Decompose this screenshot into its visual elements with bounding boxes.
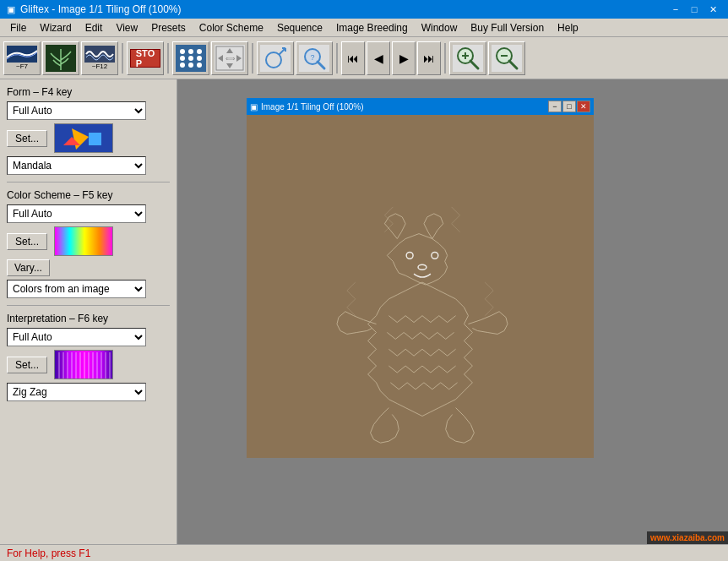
menu-sequence[interactable]: Sequence	[270, 19, 329, 36]
form-section-label: Form – F4 key	[7, 86, 170, 98]
stop-button[interactable]: STOP	[127, 41, 164, 75]
menu-presets[interactable]: Presets	[144, 19, 193, 36]
separator-4	[336, 43, 338, 74]
interpretation-dropdown[interactable]: Full Auto Manual Random	[7, 328, 146, 346]
svg-rect-42	[55, 227, 113, 256]
next-button[interactable]: ▶	[392, 41, 416, 75]
menu-color-scheme[interactable]: Color Scheme	[193, 19, 270, 36]
app-title: Gliftex - Image 1/1 Tiling Off (100%)	[20, 3, 182, 15]
inner-window-title: Image 1/1 Tiling Off (100%)	[261, 102, 364, 112]
color-scheme-dropdown-row: Full Auto Manual Random	[7, 204, 170, 223]
inner-maximize-button[interactable]: □	[562, 101, 576, 112]
form-preview	[54, 123, 113, 153]
svg-point-5	[188, 49, 193, 54]
menu-view[interactable]: View	[109, 19, 144, 36]
status-text: For Help, press F1	[7, 547, 90, 559]
form-btn-row: Set...	[7, 123, 170, 153]
divider-1	[7, 182, 170, 182]
main-layout: Form – F4 key Full Auto Manual Random Se…	[0, 79, 728, 544]
separator-3	[252, 43, 253, 74]
wave-button[interactable]: ~F7	[3, 41, 41, 75]
svg-point-10	[180, 63, 185, 68]
interpretation-btn-row: Set...	[7, 350, 170, 379]
form-set-button[interactable]: Set...	[7, 130, 47, 147]
color-scheme-section-label: Color Scheme – F5 key	[7, 189, 170, 201]
mandala-dropdown[interactable]: Mandala None	[7, 156, 146, 175]
svg-point-4	[180, 49, 185, 54]
form-dropdown[interactable]: Full Auto Manual Random	[7, 101, 146, 120]
menu-file[interactable]: File	[3, 19, 33, 36]
inner-window: ▣ Image 1/1 Tiling Off (100%) − □ ✕	[245, 96, 595, 460]
left-panel: Form – F4 key Full Auto Manual Random Se…	[0, 79, 177, 544]
svg-point-9	[197, 56, 202, 61]
minimize-button[interactable]: −	[667, 3, 684, 16]
watermark: www.xiazaiba.com	[647, 531, 728, 544]
vary-button[interactable]: Vary...	[7, 259, 50, 276]
inner-window-icon: ▣	[250, 102, 258, 112]
svg-text:⟺: ⟺	[225, 55, 236, 63]
inner-minimize-button[interactable]: −	[548, 101, 562, 112]
right-area: ▣ Image 1/1 Tiling Off (100%) − □ ✕	[177, 79, 728, 544]
svg-point-11	[188, 63, 193, 68]
color-scheme-btn-row: Set...	[7, 226, 170, 256]
color-scheme-preview	[54, 226, 113, 256]
maximize-button[interactable]: □	[686, 3, 703, 16]
zigzag-dropdown-row: Zig Zag None Wave	[7, 383, 170, 401]
svg-point-8	[188, 56, 193, 61]
fractal-canvas	[247, 115, 594, 458]
interpretation-dropdown-row: Full Auto Manual Random	[7, 328, 170, 346]
stop-label: STOP	[130, 49, 160, 68]
colors-from-dropdown-row: Colors from an image None	[7, 280, 170, 298]
close-button[interactable]: ✕	[704, 3, 721, 16]
svg-rect-57	[247, 115, 594, 458]
menu-window[interactable]: Window	[415, 19, 465, 36]
separator-5	[444, 43, 446, 74]
menu-wizard[interactable]: Wizard	[33, 19, 78, 36]
prev-button[interactable]: ◀	[367, 41, 390, 75]
status-bar: For Help, press F1	[0, 544, 728, 561]
menu-edit[interactable]: Edit	[79, 19, 110, 36]
title-bar-title: ▣ Gliftex - Image 1/1 Tiling Off (100%)	[7, 3, 182, 15]
divider-2	[7, 305, 170, 306]
title-bar-controls: − □ ✕	[667, 3, 721, 16]
colors-from-dropdown[interactable]: Colors from an image None	[7, 280, 146, 298]
svg-text:?: ?	[310, 53, 314, 62]
last-button[interactable]: ⏭	[417, 41, 441, 75]
water-button[interactable]: ~F12	[81, 41, 118, 75]
svg-rect-40	[89, 133, 101, 145]
menu-buy[interactable]: Buy Full Version	[464, 19, 551, 36]
interpretation-section-label: Interpretation – F6 key	[7, 313, 170, 324]
svg-point-12	[197, 63, 202, 68]
color-scheme-dropdown[interactable]: Full Auto Manual Random	[7, 204, 146, 223]
interpretation-preview	[54, 350, 113, 379]
zigzag-dropdown[interactable]: Zig Zag None Wave	[7, 383, 146, 401]
mars-button[interactable]	[257, 41, 294, 75]
arrows-button[interactable]: ⟺	[211, 41, 248, 75]
vary-btn-row: Vary...	[7, 259, 170, 276]
interpretation-set-button[interactable]: Set...	[7, 357, 47, 373]
inner-title-bar: ▣ Image 1/1 Tiling Off (100%) − □ ✕	[247, 98, 594, 115]
zoom-out-button[interactable]	[488, 41, 525, 75]
svg-point-6	[197, 49, 202, 54]
menu-help[interactable]: Help	[551, 19, 585, 36]
first-button[interactable]: ⏮	[341, 41, 365, 75]
menu-bar: File Wizard Edit View Presets Color Sche…	[0, 19, 728, 37]
dots-button[interactable]	[172, 41, 209, 75]
inner-window-controls: − □ ✕	[548, 101, 590, 112]
menu-image-breeding[interactable]: Image Breeding	[329, 19, 415, 36]
search-button[interactable]: ?	[296, 41, 333, 75]
color-scheme-set-button[interactable]: Set...	[7, 233, 47, 250]
title-bar: ▣ Gliftex - Image 1/1 Tiling Off (100%) …	[0, 0, 728, 19]
separator-1	[122, 43, 123, 74]
svg-point-7	[180, 56, 185, 61]
form-dropdown-row: Full Auto Manual Random	[7, 101, 170, 120]
fern-button[interactable]	[42, 41, 79, 75]
watermark-text: www.xiazaiba.com	[650, 533, 725, 542]
separator-2	[167, 43, 169, 74]
toolbar: ~F7 ~F12 STOP	[0, 37, 728, 79]
inner-close-button[interactable]: ✕	[577, 101, 590, 112]
zoom-in-button[interactable]	[449, 41, 486, 75]
mandala-dropdown-row: Mandala None	[7, 156, 170, 175]
